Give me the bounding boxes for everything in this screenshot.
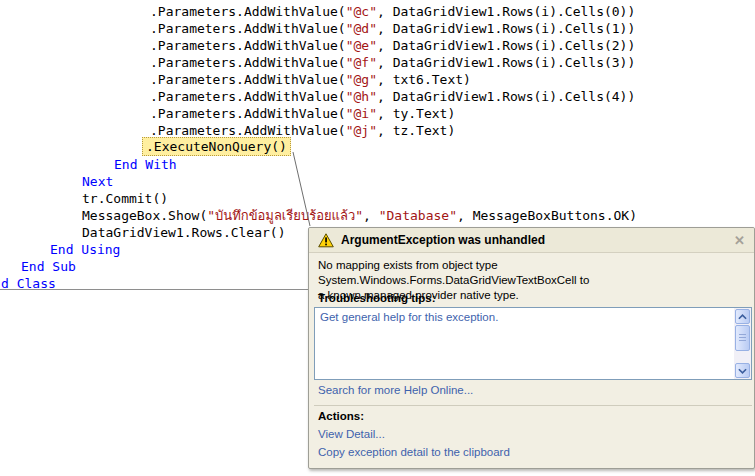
search-help-online-link[interactable]: Search for more Help Online... [318,384,473,396]
troubleshooting-tips-box: Get general help for this exception. [314,307,752,380]
dialog-header: ArgumentException was unhandled ✕ [309,228,754,253]
scroll-up-button[interactable] [735,309,750,324]
troubleshooting-tip-link-0[interactable]: Get general help for this exception. [320,311,729,323]
code-line: .Parameters.AddWithValue("@g", txt6.Text… [150,71,471,88]
chevron-up-icon [738,314,747,320]
actions-divider [314,405,752,406]
troubleshooting-tips-list: Get general help for this exception. [320,311,729,323]
code-line: tr.Commit() [82,190,168,207]
code-line: DataGridView1.Rows.Clear() [82,224,286,241]
scrollbar-grip [739,334,746,342]
tips-scrollbar[interactable] [734,308,751,379]
code-line: .Parameters.AddWithValue("@i", ty.Text) [150,105,455,122]
code-line: End Sub [21,258,76,275]
code-line: .Parameters.AddWithValue("@d", DataGridV… [150,20,635,37]
close-icon[interactable]: ✕ [734,234,745,247]
code-line: .Parameters.AddWithValue("@h", DataGridV… [150,88,635,105]
warning-icon [318,233,334,248]
code-line: End Using [50,241,120,258]
code-line: .Parameters.AddWithValue("@c", DataGridV… [150,3,635,20]
chevron-down-icon [738,368,747,374]
dialog-title: ArgumentException was unhandled [341,233,545,247]
action-link-1[interactable]: Copy exception detail to the clipboard [318,446,510,458]
editor-boundary-line [0,289,308,290]
actions-list: View Detail...Copy exception detail to t… [318,428,510,464]
code-line: End With [114,156,177,173]
scroll-down-button[interactable] [735,363,750,378]
exception-assistant-dialog: ArgumentException was unhandled ✕ No map… [308,227,755,469]
actions-label: Actions: [318,410,364,422]
code-line: Next [82,173,113,190]
highlighted-statement: .ExecuteNonQuery() [142,137,291,156]
action-link-0[interactable]: View Detail... [318,428,510,440]
visual-studio-editor-view: .Parameters.AddWithValue("@c", DataGridV… [0,0,755,476]
exception-message-line1: No mapping exists from object type Syste… [318,258,754,288]
code-line: .Parameters.AddWithValue("@f", DataGridV… [150,54,635,71]
code-line: MessageBox.Show("บันทึกข้อมูลเรียบร้อยแล… [82,207,637,224]
code-line: .Parameters.AddWithValue("@e", DataGridV… [150,37,635,54]
troubleshooting-tips-label: Troubleshooting tips: [318,292,436,304]
scrollbar-thumb[interactable] [735,325,750,351]
